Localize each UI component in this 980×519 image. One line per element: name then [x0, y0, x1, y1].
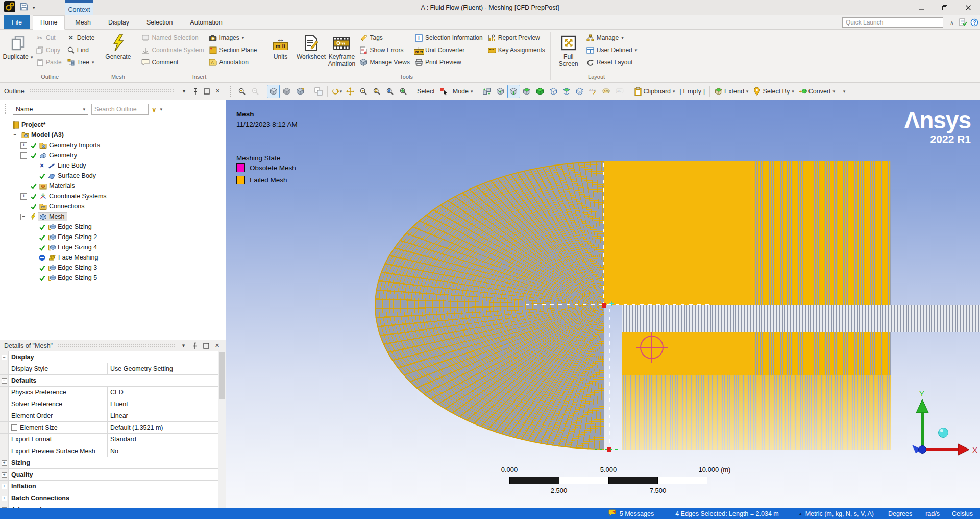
toolbar-drag-handle[interactable] — [230, 86, 233, 97]
tab-file[interactable]: File — [4, 15, 30, 29]
context-tab[interactable]: Context — [65, 0, 93, 15]
previous-view-button[interactable] — [397, 85, 409, 98]
search-outline-input[interactable] — [91, 104, 149, 115]
report-check-icon[interactable] — [958, 16, 969, 29]
details-menu-icon[interactable]: ▾ — [179, 341, 188, 350]
panel-drag-texture[interactable] — [29, 89, 175, 93]
temperature-unit-selector[interactable]: Celsius — [952, 510, 973, 517]
save-icon[interactable] — [19, 2, 29, 13]
collapse-ribbon-icon[interactable]: ∧ — [946, 16, 958, 29]
wireframe-edge-filter-button[interactable] — [547, 85, 560, 98]
isometric-view-button[interactable] — [293, 85, 306, 98]
ribbon-button-duplicate[interactable]: Duplicate ▾ — [3, 31, 33, 61]
details-property-value[interactable]: CFD — [108, 387, 182, 398]
viewports-button[interactable] — [312, 85, 325, 98]
ribbon-button-tree[interactable]: Tree▾ — [64, 56, 97, 68]
ribbon-button-section-plane[interactable]: Section Plane — [206, 44, 259, 56]
quick-launch-input[interactable] — [842, 17, 943, 28]
ribbon-button-delete[interactable]: ✕Delete — [64, 32, 97, 44]
ribbon-button-manage-views[interactable]: Manage Views — [357, 56, 412, 68]
details-expander-icon[interactable]: + — [2, 472, 7, 478]
pan-button[interactable] — [344, 85, 356, 98]
ribbon-button-images[interactable]: Images▾ — [206, 32, 259, 44]
label-tool-button[interactable]: Abc — [614, 85, 626, 98]
tab-mesh[interactable]: Mesh — [68, 15, 98, 29]
details-property-value[interactable]: Fluent — [108, 398, 182, 410]
outline-maximize-icon[interactable] — [202, 87, 211, 96]
zoom-in-button[interactable] — [235, 85, 248, 98]
details-expander-icon[interactable]: + — [2, 496, 7, 501]
ribbon-button-user-defined[interactable]: User Defined▾ — [584, 44, 640, 56]
graphics-viewport[interactable]: + Mesh 11/12/2023 8:12 AM Meshing State … — [226, 100, 980, 508]
zoom-to-fit-button[interactable] — [383, 85, 396, 98]
tree-item-edge-sizing-5[interactable]: Edge Sizing 5 — [0, 273, 226, 283]
tree-item-edge-sizing-3[interactable]: Edge Sizing 3 — [0, 263, 226, 273]
tree-item-edge-sizing-2[interactable]: Edge Sizing 2 — [0, 232, 226, 242]
outline-pin-icon[interactable] — [191, 87, 200, 96]
messages-button[interactable]: 5 Messages — [608, 509, 654, 518]
details-expander-icon[interactable]: + — [2, 460, 7, 466]
ribbon-button-tags[interactable]: Tags — [357, 32, 412, 44]
app-icon[interactable] — [4, 1, 15, 14]
convert-button[interactable]: Convert▾ — [797, 87, 837, 96]
ribbon-button-cut[interactable]: ✂Cut — [33, 32, 64, 44]
mesh-half-disc[interactable] — [375, 161, 604, 450]
close-button[interactable] — [957, 0, 980, 15]
tree-item-geometry[interactable]: −Geometry — [0, 150, 226, 160]
details-expander-icon[interactable]: + — [2, 484, 7, 489]
fine-mesh-region-lower-right[interactable] — [755, 332, 891, 375]
tree-item-geometry-imports[interactable]: +Geometry Imports — [0, 140, 226, 150]
extend-button[interactable]: Extend▾ — [713, 87, 750, 96]
ribbon-button-keyframe-animation[interactable]: Keyframe Animation — [326, 31, 357, 68]
zoom-button[interactable] — [357, 85, 370, 98]
outline-menu-icon[interactable]: ▾ — [180, 87, 188, 96]
details-expander-icon[interactable]: − — [2, 355, 7, 360]
ribbon-button-unit-converter[interactable]: ↔m ftUnit Converter — [412, 44, 485, 56]
ribbon-button-comment[interactable]: Comment — [139, 56, 206, 68]
vertex-select-filter-button[interactable] — [494, 85, 507, 98]
filter-type-combo[interactable]: Name ▾ — [13, 104, 88, 115]
tree-item-mesh[interactable]: −Mesh — [0, 211, 226, 222]
ribbon-button-units[interactable]: ↔m ftUnits — [265, 31, 296, 61]
ribbon-button-manage[interactable]: Manage▾ — [584, 32, 640, 44]
details-maximize-icon[interactable] — [202, 341, 210, 350]
details-property-value[interactable]: Linear — [108, 410, 182, 421]
select-by-button[interactable]: Select By▾ — [751, 87, 796, 96]
tree-item-coordinate-systems[interactable]: +Coordinate Systems — [0, 191, 226, 201]
details-property-value[interactable]: Default (1.3521 m) — [108, 422, 182, 433]
tree-item-line-body[interactable]: ✕Line Body — [0, 160, 226, 171]
tree-item-surface-body[interactable]: Surface Body — [0, 171, 226, 181]
minimize-button[interactable] — [910, 0, 933, 15]
tab-selection[interactable]: Selection — [139, 15, 180, 29]
details-property-value[interactable]: Standard — [108, 434, 182, 445]
filter-drag-handle[interactable] — [5, 104, 8, 114]
ribbon-button-reset-layout[interactable]: Reset Layout — [584, 56, 640, 68]
expand-search-icon[interactable]: ∨ — [152, 106, 157, 113]
tree-item-project[interactable]: Project* — [0, 120, 226, 130]
fine-mesh-region-upper-right[interactable] — [755, 161, 891, 305]
expander-plus-icon[interactable]: + — [20, 193, 27, 200]
zoom-out-button[interactable] — [249, 85, 261, 98]
details-close-icon[interactable]: ✕ — [213, 341, 222, 350]
snap-to-mesh-button[interactable]: 100 — [600, 85, 613, 98]
expander-plus-icon[interactable]: + — [20, 142, 27, 149]
tab-automation[interactable]: Automation — [183, 15, 229, 29]
ribbon-button-print-preview[interactable]: Print Preview — [412, 56, 485, 68]
ribbon-button-generate[interactable]: Generate — [103, 31, 133, 61]
body-select-filter-button[interactable] — [534, 85, 547, 98]
ribbon-button-find[interactable]: Find — [64, 44, 97, 56]
help-icon[interactable]: ? — [969, 16, 980, 29]
units-selector[interactable]: ▲ Metric (m, kg, N, s, V, A) — [798, 510, 874, 517]
tab-home[interactable]: Home — [33, 15, 65, 30]
ribbon-button-full-screen[interactable]: Full Screen — [553, 31, 584, 68]
details-pin-icon[interactable] — [190, 341, 199, 350]
adjacent-selection-button[interactable] — [481, 85, 494, 98]
tree-item-connections[interactable]: Connections — [0, 201, 226, 211]
details-property-value[interactable]: No — [108, 445, 182, 457]
orientation-triad[interactable]: Y X — [885, 389, 979, 463]
ribbon-button-show-errors[interactable]: Show Errors — [357, 44, 412, 56]
checkbox[interactable] — [11, 424, 17, 431]
tab-display[interactable]: Display — [101, 15, 136, 29]
coordinate-pick-button[interactable]: X.Y.Z — [587, 85, 600, 98]
tree-item-face-meshing[interactable]: Face Meshing — [0, 252, 226, 263]
